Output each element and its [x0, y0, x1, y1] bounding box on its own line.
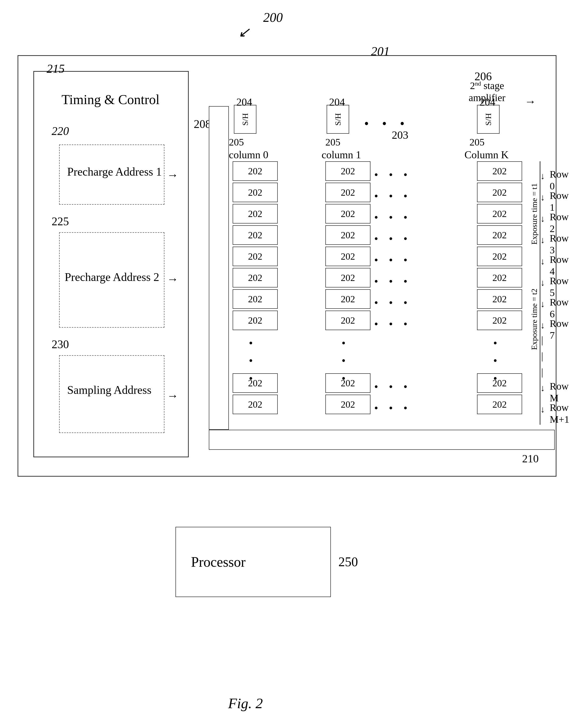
ref-215-label: 215	[47, 62, 65, 75]
pixel-r7-c0: 202	[233, 311, 278, 330]
pixel-r5-c1: 202	[325, 268, 370, 288]
horiz-dots-r3: • • •	[374, 232, 411, 245]
pixel-r6-c0: 202	[233, 289, 278, 309]
precharge-address-1-box: Precharge Address 1	[59, 145, 165, 205]
pixel-r2-c0: 202	[233, 204, 278, 223]
timing-control-title: Timing & Control	[49, 92, 172, 108]
arrow-row2: ↓	[540, 213, 545, 224]
pixel-r2-c1: 202	[325, 204, 370, 223]
horiz-dots-r1: • • •	[374, 190, 411, 202]
pixel-rm1-c0: 202	[233, 395, 278, 414]
pixel-r3-c0: 202	[233, 225, 278, 245]
precharge-address-2-box: Precharge Address 2	[59, 232, 165, 328]
pixel-rm1-ck: 202	[477, 395, 522, 414]
processor-box: Processor	[176, 527, 331, 597]
pixel-rm-ck: 202	[477, 373, 522, 393]
horiz-dots-rm1: • • •	[374, 402, 411, 414]
pixel-r0-c1: 202	[325, 161, 370, 181]
pixel-r1-c1: 202	[325, 183, 370, 202]
sampling-address-box: Sampling Address	[59, 355, 165, 433]
ref-205a: 205	[229, 136, 244, 148]
pixel-r6-c1: 202	[325, 289, 370, 309]
arrow-precharge2: →	[167, 272, 179, 286]
row-label-m: Row M	[550, 380, 569, 404]
col-header-k: Column K	[465, 149, 509, 161]
pixel-r5-c0: 202	[233, 268, 278, 288]
arrow-row3: ↓	[540, 235, 545, 245]
arrow-200: ↙	[238, 24, 250, 40]
row-label-4: Row 4	[550, 253, 569, 277]
row-label-0: Row 0	[550, 168, 569, 192]
ref-200-label: 200	[263, 10, 283, 25]
sh-label-col0: S/H	[241, 113, 250, 126]
horiz-dots-r5: • • •	[374, 275, 411, 288]
arrow-row4: ↓	[540, 256, 545, 267]
main-system-box: 215 Timing & Control 220 Precharge Addre…	[18, 55, 556, 477]
arrow-row1: ↓	[540, 192, 545, 203]
pixel-r1-ck: 202	[477, 183, 522, 202]
exposure-t1-label: Exposure time = t1	[530, 161, 538, 267]
ref-250-label: 250	[338, 554, 358, 569]
pixel-rm-c0: 202	[233, 373, 278, 393]
ref-208-label: 208	[194, 118, 211, 131]
horiz-dots-rm: • • •	[374, 380, 411, 393]
diagram-page: 200 ↙ 201 215 Timing & Control 220 Prech…	[0, 0, 570, 728]
arrow-row0: ↓	[540, 171, 545, 181]
sh-label-col1: S/H	[333, 113, 343, 126]
fig-caption: Fig. 2	[228, 695, 263, 712]
row-vert-dots: |||	[541, 332, 543, 380]
horiz-dots-r7: • • •	[374, 318, 411, 330]
arrow-rowm1: ↓	[540, 404, 545, 415]
horiz-dots-r4: • • •	[374, 253, 411, 266]
pixel-r2-ck: 202	[477, 204, 522, 223]
arrow-rowm: ↓	[540, 383, 545, 393]
bottom-bar-210	[209, 430, 555, 450]
horiz-dots-r0: • • •	[374, 168, 411, 181]
ref-210-label: 210	[522, 452, 539, 465]
processor-label: Processor	[191, 554, 246, 570]
arrow-row7: ↓	[540, 320, 545, 331]
ref-230-label: 230	[52, 338, 69, 351]
row-label-3: Row 3	[550, 232, 569, 256]
col-header-0: column 0	[229, 149, 268, 161]
pixel-r0-ck: 202	[477, 161, 522, 181]
arrow-to-amplifier: →	[525, 95, 536, 108]
row-label-7: Row 7	[550, 318, 569, 341]
ref-205c: 205	[470, 136, 485, 148]
pixel-r4-ck: 202	[477, 246, 522, 266]
sh-label-colk: S/H	[484, 113, 493, 126]
row-label-6: Row 6	[550, 296, 569, 320]
ref-205b: 205	[325, 136, 340, 148]
sh-box-col1: S/H	[327, 105, 349, 134]
sh-box-col0: S/H	[234, 105, 256, 134]
row-label-1: Row 1	[550, 190, 569, 213]
arrow-row6: ↓	[540, 299, 545, 309]
pixel-r3-ck: 202	[477, 225, 522, 245]
ref-204c: 204	[480, 96, 495, 108]
ref-225-label: 225	[52, 215, 69, 228]
sh-box-colk: S/H	[477, 105, 500, 134]
pixel-rm-c1: 202	[325, 373, 370, 393]
pixel-r7-ck: 202	[477, 311, 522, 330]
precharge-address-2-label: Precharge Address 2	[65, 270, 159, 284]
row-label-m1: Row M+1	[550, 402, 569, 425]
pixel-r4-c0: 202	[233, 246, 278, 266]
pixel-r5-ck: 202	[477, 268, 522, 288]
timing-control-box: 215 Timing & Control 220 Precharge Addre…	[33, 71, 189, 457]
ref-220-label: 220	[52, 125, 69, 138]
pixel-r4-c1: 202	[325, 246, 370, 266]
col-header-1: column 1	[322, 149, 361, 161]
ref-204b: 204	[329, 96, 345, 108]
pixel-r1-c0: 202	[233, 183, 278, 202]
pixel-r3-c1: 202	[325, 225, 370, 245]
arrow-precharge1: →	[167, 168, 179, 182]
row-label-2: Row 2	[550, 211, 569, 234]
ref-203: 203	[392, 129, 408, 142]
arrow-sampling: →	[167, 389, 179, 402]
ref-204a: 204	[236, 96, 252, 108]
precharge-address-1-label: Precharge Address 1	[67, 165, 162, 178]
arrow-row5: ↓	[540, 278, 545, 288]
pixel-rm1-c1: 202	[325, 395, 370, 414]
horiz-dots-r2: • • •	[374, 211, 411, 224]
pixel-r6-ck: 202	[477, 289, 522, 309]
